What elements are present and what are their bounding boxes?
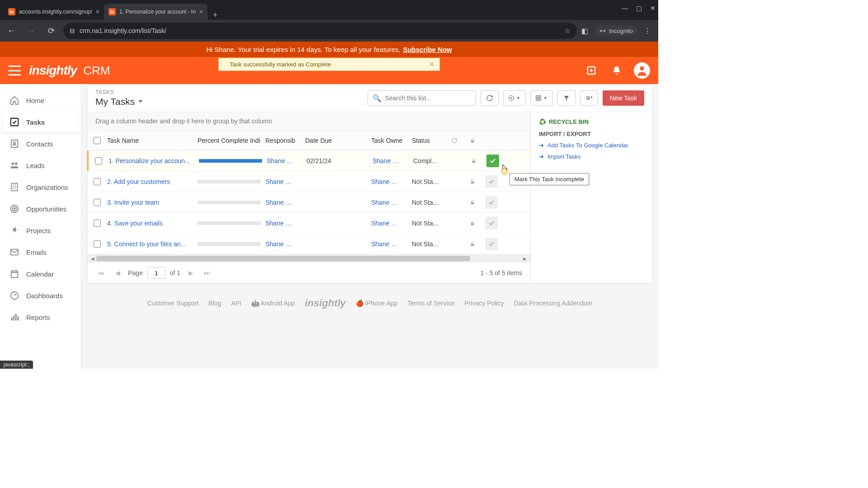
first-page-button[interactable]: ⏮	[95, 267, 107, 279]
user-link[interactable]: Shane …	[371, 178, 397, 185]
import-tasks-link[interactable]: ➜ Import Tasks	[539, 153, 644, 160]
scroll-right-icon[interactable]: ▶	[521, 256, 528, 261]
footer-link[interactable]: Customer Support	[147, 300, 199, 307]
user-link[interactable]: Shane …	[267, 157, 293, 164]
last-page-button[interactable]: ⏭	[201, 267, 213, 279]
table-row[interactable]: 2. Add your customersShane …Shane …Not S…	[87, 171, 530, 192]
list-title-dropdown[interactable]: My Tasks	[95, 96, 368, 107]
back-button[interactable]: ←	[4, 23, 19, 38]
new-tab-button[interactable]: +	[208, 10, 223, 20]
add-icon[interactable]	[583, 62, 599, 79]
close-icon[interactable]: ×	[199, 8, 203, 15]
add-to-gcal-link[interactable]: ➜ Add Tasks To Google Calendar	[539, 142, 644, 149]
complete-toggle[interactable]	[485, 196, 498, 209]
complete-toggle[interactable]	[485, 238, 498, 250]
footer-link[interactable]: Data Processing Addendum	[514, 300, 593, 307]
sidebar-item-calendar[interactable]: Calendar	[0, 263, 81, 285]
search-input[interactable]: 🔍	[368, 90, 476, 106]
menu-icon[interactable]: ⋮	[644, 27, 651, 35]
browser-tab[interactable]: in accounts.insightly.com/signup/ ×	[4, 4, 104, 20]
task-link[interactable]: 3. Invite your team	[107, 199, 159, 206]
bookmark-icon[interactable]: ☆	[565, 27, 571, 34]
task-link[interactable]: 4. Save your emails	[107, 220, 163, 227]
sidebar-item-projects[interactable]: Projects	[0, 220, 81, 241]
refresh-column-icon[interactable]	[445, 137, 463, 144]
user-link[interactable]: Shane …	[265, 199, 292, 206]
new-task-button[interactable]: New Task	[603, 90, 644, 106]
maximize-icon[interactable]: ▢	[636, 5, 642, 12]
sidebar-item-contacts[interactable]: Contacts	[0, 133, 81, 155]
row-checkbox[interactable]	[94, 178, 101, 185]
browser-tab[interactable]: in 1. Personalize your account - In ×	[104, 4, 208, 20]
footer-link[interactable]: 🤖 Android App	[251, 300, 295, 307]
next-page-button[interactable]: ▶	[185, 267, 197, 279]
footer-link[interactable]: API	[231, 300, 241, 307]
row-checkbox[interactable]	[94, 240, 101, 248]
subscribe-link[interactable]: Subscribe Now	[403, 46, 452, 53]
table-row[interactable]: 3. Invite your teamShane …Shane …Not Sta…	[87, 192, 530, 213]
row-checkbox[interactable]	[94, 220, 101, 227]
close-icon[interactable]: ×	[429, 60, 434, 69]
columns-button[interactable]	[580, 90, 598, 106]
sidebar-item-home[interactable]: Home	[0, 89, 81, 111]
url-input[interactable]: ⊟ crm.na1.insightly.com/list/Task/ ☆	[63, 23, 577, 39]
group-hint[interactable]: Drag a column header and drop it here to…	[87, 112, 530, 131]
complete-toggle[interactable]	[485, 175, 498, 188]
complete-toggle[interactable]	[485, 217, 498, 230]
prev-page-button[interactable]: ◀	[112, 267, 123, 279]
footer-link[interactable]: 🍎 iPhone App	[356, 300, 398, 307]
page-input[interactable]	[147, 267, 165, 279]
column-header[interactable]: Task Owne	[371, 137, 412, 144]
sidebar-item-tasks[interactable]: Tasks	[3, 111, 78, 133]
table-row[interactable]: 5. Connect to your files an...Shane …Sha…	[87, 234, 530, 254]
user-link[interactable]: Shane …	[371, 220, 397, 227]
horizontal-scrollbar[interactable]: ◀ ▶	[87, 254, 530, 263]
row-checkbox[interactable]	[95, 157, 102, 164]
table-row[interactable]: 4. Save your emailsShane …Shane …Not Sta…	[87, 213, 530, 234]
bell-icon[interactable]	[609, 62, 625, 79]
sidebar-item-organizations[interactable]: Organizations	[0, 176, 81, 198]
column-header[interactable]: Status	[412, 137, 445, 144]
settings-button[interactable]: ▼	[503, 90, 526, 106]
column-header[interactable]: Percent Complete Indi	[198, 137, 265, 144]
task-link[interactable]: 5. Connect to your files an...	[107, 240, 186, 248]
minimize-icon[interactable]: —	[622, 5, 628, 12]
hamburger-icon[interactable]	[8, 66, 21, 75]
recycle-bin-link[interactable]: ♻️ RECYCLE BIN	[539, 118, 644, 125]
user-link[interactable]: Shane …	[265, 220, 292, 227]
complete-toggle[interactable]	[486, 155, 499, 167]
scroll-left-icon[interactable]: ◀	[89, 256, 96, 261]
reload-button[interactable]: ⟳	[43, 23, 59, 38]
table-row[interactable]: 1. Personalize your accoun...Shane …02/2…	[87, 150, 530, 171]
sidebar-item-emails[interactable]: Emails	[0, 241, 81, 263]
sidebar-item-leads[interactable]: Leads	[0, 155, 81, 176]
user-link[interactable]: Shane …	[265, 178, 292, 185]
column-header[interactable]: Responsib	[265, 137, 305, 144]
sidebar-item-reports[interactable]: Reports	[0, 306, 81, 328]
user-link[interactable]: Shane …	[265, 240, 292, 248]
refresh-button[interactable]	[481, 90, 499, 106]
footer-link[interactable]: Privacy Policy	[465, 300, 504, 307]
column-header[interactable]: Date Due	[305, 137, 371, 144]
task-link[interactable]: 2. Add your customers	[107, 178, 170, 185]
row-checkbox[interactable]	[94, 199, 101, 206]
user-link[interactable]: Shane …	[373, 157, 399, 164]
view-button[interactable]: ▼	[530, 90, 553, 106]
incognito-badge[interactable]: 👓 Incognito	[594, 26, 637, 36]
scroll-thumb[interactable]	[96, 256, 470, 261]
task-link[interactable]: 1. Personalize your accoun...	[108, 157, 190, 164]
footer-link[interactable]: Terms of Service	[407, 300, 454, 307]
sidebar-item-dashboards[interactable]: Dashboards	[0, 285, 81, 306]
user-link[interactable]: Shane …	[371, 240, 397, 248]
sidebar-item-opportunities[interactable]: Opportunities	[0, 198, 81, 220]
filter-button[interactable]	[557, 90, 576, 106]
forward-button[interactable]: →	[24, 23, 39, 38]
close-window-icon[interactable]: ✕	[650, 5, 656, 12]
select-all-checkbox[interactable]	[94, 137, 101, 144]
column-header[interactable]: Task Name	[107, 137, 198, 144]
footer-link[interactable]: Blog	[208, 300, 221, 307]
user-link[interactable]: Shane …	[371, 199, 397, 206]
avatar[interactable]	[634, 62, 650, 79]
site-settings-icon[interactable]: ⊟	[70, 27, 75, 34]
panel-icon[interactable]: ◧	[581, 27, 588, 35]
